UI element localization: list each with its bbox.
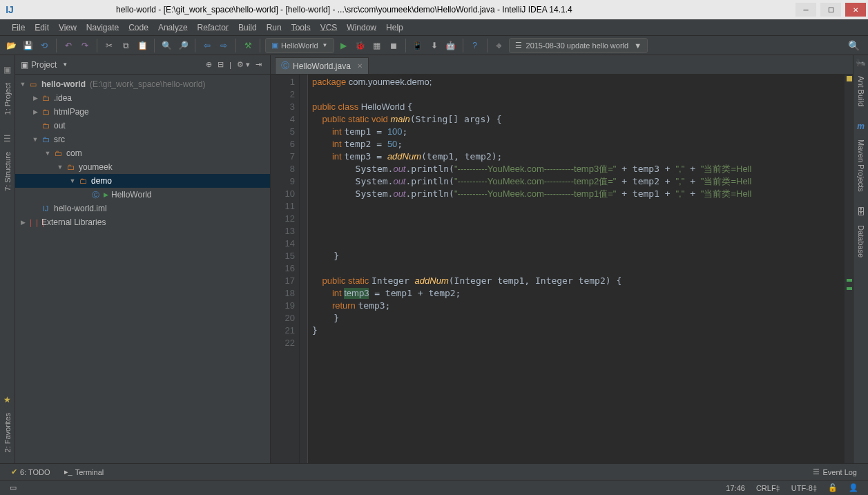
redo-icon[interactable]: ↷ xyxy=(78,39,92,52)
tree-item[interactable]: Ⓒ ▶ HelloWorld xyxy=(15,188,270,202)
help-icon[interactable]: ? xyxy=(468,39,482,52)
replace-icon[interactable]: 🔎 xyxy=(176,39,190,52)
make-icon[interactable]: ⚒ xyxy=(241,39,255,52)
tree-item[interactable]: ▶ 🗀 htmlPage xyxy=(15,105,270,119)
expand-arrow-icon[interactable]: ▼ xyxy=(30,136,40,143)
avd-icon[interactable]: 📱 xyxy=(411,39,425,52)
database-icon[interactable]: 🗄 xyxy=(857,207,865,217)
fold-gutter[interactable] xyxy=(300,75,308,463)
inspect-icon[interactable]: 👤 xyxy=(843,483,864,492)
code-editor[interactable]: 12345678910111213141516171819202122 pack… xyxy=(271,75,853,463)
nav-icon[interactable]: ⎆ xyxy=(492,39,506,52)
error-stripe[interactable] xyxy=(845,75,853,463)
tab-maven[interactable]: Maven Projects xyxy=(856,134,867,197)
tree-item-selected[interactable]: ▼ 🗀 demo xyxy=(15,174,270,188)
expand-arrow-icon[interactable]: ▼ xyxy=(55,164,65,171)
expand-arrow-icon[interactable]: ▶ xyxy=(30,95,40,101)
expand-arrow-icon[interactable]: ▶ xyxy=(18,219,28,226)
coverage-icon[interactable]: ▦ xyxy=(370,39,384,52)
menu-code[interactable]: Code xyxy=(124,23,153,32)
menu-tools[interactable]: Tools xyxy=(287,23,316,32)
debug-icon[interactable]: 🐞 xyxy=(354,39,367,52)
dropdown-icon[interactable]: ▼ xyxy=(62,61,68,68)
android-icon[interactable]: 🤖 xyxy=(444,39,458,52)
expand-arrow-icon[interactable]: ▼ xyxy=(18,81,28,88)
paste-icon[interactable]: 📋 xyxy=(135,39,149,52)
sdk-icon[interactable]: ⬇ xyxy=(427,39,441,52)
change-marker[interactable] xyxy=(847,287,852,290)
tab-eventlog[interactable]: ☰ Event Log xyxy=(806,467,864,476)
settings-icon[interactable]: ⚙ ▾ xyxy=(234,60,253,69)
run-config-selector[interactable]: ▣ HelloWorld ▼ xyxy=(265,38,334,53)
find-icon[interactable]: 🔍 xyxy=(160,39,173,52)
open-icon[interactable]: 📂 xyxy=(4,39,18,52)
favorites-tool-icon[interactable]: ★ xyxy=(3,395,11,405)
menu-run[interactable]: Run xyxy=(262,23,287,32)
vcs-history-selector[interactable]: ☰ 2015-08-30 update hello world ▼ xyxy=(509,38,648,53)
code-content[interactable]: package com.youmeek.demo; public class H… xyxy=(308,75,845,463)
tab-structure[interactable]: 7: Structure xyxy=(2,146,13,197)
expand-arrow-icon[interactable]: ▼ xyxy=(68,177,77,184)
tree-item-label: External Libraries xyxy=(41,217,106,227)
tree-item[interactable]: 🗀 out xyxy=(15,119,270,133)
maximize-button[interactable]: ☐ xyxy=(820,3,841,17)
menu-file[interactable]: File xyxy=(7,23,30,32)
tree-item[interactable]: ▶ 🗀 .idea xyxy=(15,91,270,105)
editor-tab[interactable]: Ⓒ HelloWorld.java ✕ xyxy=(275,57,369,74)
project-tool-icon[interactable]: ▣ xyxy=(3,65,11,75)
hide-icon[interactable]: ⇥ xyxy=(253,60,264,69)
tree-item-label: .idea xyxy=(54,93,72,103)
close-tab-icon[interactable]: ✕ xyxy=(357,62,363,70)
tree-item[interactable]: ▼ 🗀 src xyxy=(15,133,270,146)
module-icon: ▭ xyxy=(28,80,39,89)
structure-tool-icon[interactable]: ☰ xyxy=(3,134,11,144)
tree-item[interactable]: IJ hello-world.iml xyxy=(15,202,270,215)
tree-root[interactable]: ▼ ▭ hello-world (E:\git_work_space\hello… xyxy=(15,77,270,91)
tab-todo[interactable]: ✔ 6: TODO xyxy=(4,467,57,476)
tab-ant[interactable]: Ant Build xyxy=(856,70,867,112)
maven-icon[interactable]: m xyxy=(857,122,865,131)
expand-arrow-icon[interactable]: ▶ xyxy=(30,108,40,115)
menu-vcs[interactable]: VCS xyxy=(316,23,343,32)
forward-icon[interactable]: ⇨ xyxy=(217,39,231,52)
save-all-icon[interactable]: 💾 xyxy=(21,39,35,52)
scroll-from-source-icon[interactable]: ⊕ xyxy=(203,60,215,69)
cut-icon[interactable]: ✂ xyxy=(102,39,116,52)
search-everywhere-icon[interactable]: 🔍 xyxy=(848,40,864,51)
tab-favorites[interactable]: 2: Favorites xyxy=(2,407,13,458)
warning-marker[interactable] xyxy=(847,76,852,81)
undo-icon[interactable]: ↶ xyxy=(61,39,75,52)
menu-help[interactable]: Help xyxy=(381,23,408,32)
ide-logo: IJ xyxy=(0,0,19,19)
run-icon[interactable]: ▶ xyxy=(337,39,351,52)
menu-window[interactable]: Window xyxy=(342,23,381,32)
status-linesep[interactable]: CRLF‡ xyxy=(751,484,786,492)
libraries-icon: ❘❘❘ xyxy=(28,218,39,227)
toolwindow-toggle-icon[interactable]: ▭ xyxy=(4,483,22,492)
collapse-all-icon[interactable]: ⊟ xyxy=(215,60,226,69)
status-encoding[interactable]: UTF-8‡ xyxy=(786,484,822,492)
stop-icon[interactable]: ◼ xyxy=(387,39,401,52)
menu-build[interactable]: Build xyxy=(233,23,262,32)
tree-item[interactable]: ▶ ❘❘❘ External Libraries xyxy=(15,215,270,229)
menu-analyze[interactable]: Analyze xyxy=(153,23,193,32)
tab-database[interactable]: Database xyxy=(856,220,867,263)
menu-navigate[interactable]: Navigate xyxy=(81,23,124,32)
lock-icon[interactable]: 🔓 xyxy=(822,483,843,492)
expand-arrow-icon[interactable]: ▼ xyxy=(43,150,52,157)
menu-edit[interactable]: Edit xyxy=(30,23,54,32)
menu-refactor[interactable]: Refactor xyxy=(193,23,233,32)
copy-icon[interactable]: ⧉ xyxy=(119,39,133,52)
ant-icon[interactable]: 🐜 xyxy=(856,58,866,68)
change-marker[interactable] xyxy=(847,279,852,282)
back-icon[interactable]: ⇦ xyxy=(200,39,214,52)
minimize-button[interactable]: ─ xyxy=(795,3,816,17)
sync-icon[interactable]: ⟲ xyxy=(37,39,51,52)
tree-item[interactable]: ▼ 🗀 com xyxy=(15,146,270,160)
close-button[interactable]: ✕ xyxy=(845,3,866,17)
tab-project[interactable]: 1: Project xyxy=(2,77,13,120)
project-tree[interactable]: ▼ ▭ hello-world (E:\git_work_space\hello… xyxy=(15,75,270,463)
menu-view[interactable]: View xyxy=(54,23,81,32)
tab-terminal[interactable]: ▸_ Terminal xyxy=(57,467,111,476)
tree-item[interactable]: ▼ 🗀 youmeek xyxy=(15,160,270,174)
